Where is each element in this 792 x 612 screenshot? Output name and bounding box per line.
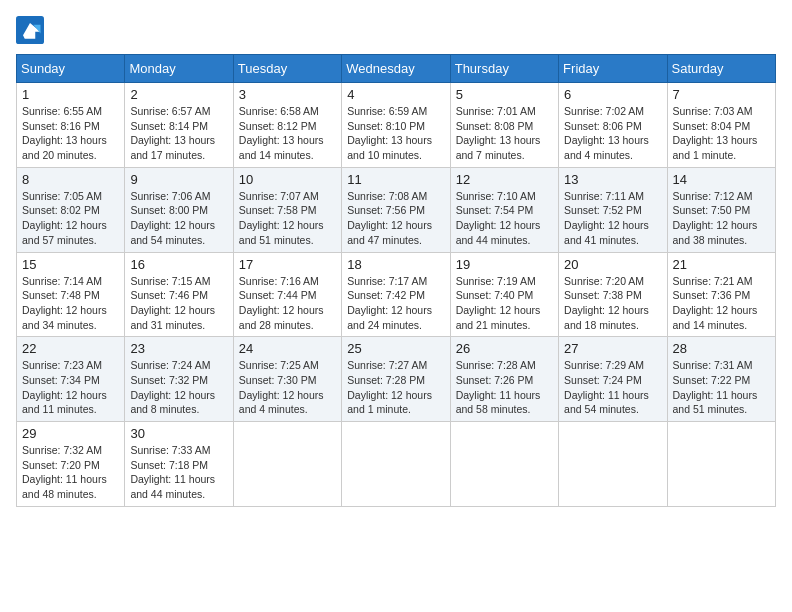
calendar-cell (450, 422, 558, 507)
day-number: 14 (673, 172, 770, 187)
day-info: Sunrise: 7:12 AM Sunset: 7:50 PM Dayligh… (673, 189, 770, 248)
day-number: 5 (456, 87, 553, 102)
calendar-header-row: SundayMondayTuesdayWednesdayThursdayFrid… (17, 55, 776, 83)
calendar-cell: 16Sunrise: 7:15 AM Sunset: 7:46 PM Dayli… (125, 252, 233, 337)
day-number: 2 (130, 87, 227, 102)
calendar-cell: 11Sunrise: 7:08 AM Sunset: 7:56 PM Dayli… (342, 167, 450, 252)
calendar-week-row: 8Sunrise: 7:05 AM Sunset: 8:02 PM Daylig… (17, 167, 776, 252)
day-info: Sunrise: 7:27 AM Sunset: 7:28 PM Dayligh… (347, 358, 444, 417)
day-number: 28 (673, 341, 770, 356)
calendar-cell: 20Sunrise: 7:20 AM Sunset: 7:38 PM Dayli… (559, 252, 667, 337)
day-number: 13 (564, 172, 661, 187)
day-number: 24 (239, 341, 336, 356)
day-info: Sunrise: 7:21 AM Sunset: 7:36 PM Dayligh… (673, 274, 770, 333)
day-number: 23 (130, 341, 227, 356)
day-info: Sunrise: 7:33 AM Sunset: 7:18 PM Dayligh… (130, 443, 227, 502)
calendar-cell: 8Sunrise: 7:05 AM Sunset: 8:02 PM Daylig… (17, 167, 125, 252)
calendar-header-friday: Friday (559, 55, 667, 83)
day-info: Sunrise: 7:06 AM Sunset: 8:00 PM Dayligh… (130, 189, 227, 248)
day-number: 3 (239, 87, 336, 102)
day-info: Sunrise: 7:28 AM Sunset: 7:26 PM Dayligh… (456, 358, 553, 417)
page-header (16, 16, 776, 44)
day-info: Sunrise: 7:10 AM Sunset: 7:54 PM Dayligh… (456, 189, 553, 248)
day-info: Sunrise: 7:01 AM Sunset: 8:08 PM Dayligh… (456, 104, 553, 163)
calendar-cell: 21Sunrise: 7:21 AM Sunset: 7:36 PM Dayli… (667, 252, 775, 337)
calendar-cell: 28Sunrise: 7:31 AM Sunset: 7:22 PM Dayli… (667, 337, 775, 422)
day-number: 20 (564, 257, 661, 272)
day-info: Sunrise: 6:57 AM Sunset: 8:14 PM Dayligh… (130, 104, 227, 163)
day-number: 16 (130, 257, 227, 272)
calendar-cell: 14Sunrise: 7:12 AM Sunset: 7:50 PM Dayli… (667, 167, 775, 252)
calendar-cell: 22Sunrise: 7:23 AM Sunset: 7:34 PM Dayli… (17, 337, 125, 422)
day-number: 4 (347, 87, 444, 102)
day-info: Sunrise: 7:32 AM Sunset: 7:20 PM Dayligh… (22, 443, 119, 502)
calendar-cell: 2Sunrise: 6:57 AM Sunset: 8:14 PM Daylig… (125, 83, 233, 168)
calendar-week-row: 1Sunrise: 6:55 AM Sunset: 8:16 PM Daylig… (17, 83, 776, 168)
logo (16, 16, 48, 44)
day-number: 26 (456, 341, 553, 356)
calendar-header-monday: Monday (125, 55, 233, 83)
calendar-cell: 27Sunrise: 7:29 AM Sunset: 7:24 PM Dayli… (559, 337, 667, 422)
day-info: Sunrise: 7:15 AM Sunset: 7:46 PM Dayligh… (130, 274, 227, 333)
day-info: Sunrise: 7:19 AM Sunset: 7:40 PM Dayligh… (456, 274, 553, 333)
day-info: Sunrise: 7:31 AM Sunset: 7:22 PM Dayligh… (673, 358, 770, 417)
calendar-cell: 26Sunrise: 7:28 AM Sunset: 7:26 PM Dayli… (450, 337, 558, 422)
calendar-cell: 25Sunrise: 7:27 AM Sunset: 7:28 PM Dayli… (342, 337, 450, 422)
day-info: Sunrise: 7:14 AM Sunset: 7:48 PM Dayligh… (22, 274, 119, 333)
calendar-cell: 7Sunrise: 7:03 AM Sunset: 8:04 PM Daylig… (667, 83, 775, 168)
day-info: Sunrise: 7:23 AM Sunset: 7:34 PM Dayligh… (22, 358, 119, 417)
day-info: Sunrise: 7:02 AM Sunset: 8:06 PM Dayligh… (564, 104, 661, 163)
day-info: Sunrise: 6:58 AM Sunset: 8:12 PM Dayligh… (239, 104, 336, 163)
logo-icon (16, 16, 44, 44)
day-info: Sunrise: 7:08 AM Sunset: 7:56 PM Dayligh… (347, 189, 444, 248)
calendar-cell: 4Sunrise: 6:59 AM Sunset: 8:10 PM Daylig… (342, 83, 450, 168)
calendar-cell: 6Sunrise: 7:02 AM Sunset: 8:06 PM Daylig… (559, 83, 667, 168)
day-info: Sunrise: 7:11 AM Sunset: 7:52 PM Dayligh… (564, 189, 661, 248)
calendar-header-tuesday: Tuesday (233, 55, 341, 83)
day-number: 27 (564, 341, 661, 356)
calendar-cell: 12Sunrise: 7:10 AM Sunset: 7:54 PM Dayli… (450, 167, 558, 252)
calendar-cell: 3Sunrise: 6:58 AM Sunset: 8:12 PM Daylig… (233, 83, 341, 168)
calendar-cell (342, 422, 450, 507)
calendar-cell: 24Sunrise: 7:25 AM Sunset: 7:30 PM Dayli… (233, 337, 341, 422)
day-info: Sunrise: 7:16 AM Sunset: 7:44 PM Dayligh… (239, 274, 336, 333)
calendar-cell: 9Sunrise: 7:06 AM Sunset: 8:00 PM Daylig… (125, 167, 233, 252)
calendar-cell: 13Sunrise: 7:11 AM Sunset: 7:52 PM Dayli… (559, 167, 667, 252)
calendar-cell: 17Sunrise: 7:16 AM Sunset: 7:44 PM Dayli… (233, 252, 341, 337)
calendar-cell: 1Sunrise: 6:55 AM Sunset: 8:16 PM Daylig… (17, 83, 125, 168)
day-info: Sunrise: 7:03 AM Sunset: 8:04 PM Dayligh… (673, 104, 770, 163)
day-number: 30 (130, 426, 227, 441)
day-info: Sunrise: 7:05 AM Sunset: 8:02 PM Dayligh… (22, 189, 119, 248)
day-number: 8 (22, 172, 119, 187)
calendar-cell (667, 422, 775, 507)
day-number: 10 (239, 172, 336, 187)
calendar-header-wednesday: Wednesday (342, 55, 450, 83)
day-info: Sunrise: 7:25 AM Sunset: 7:30 PM Dayligh… (239, 358, 336, 417)
day-info: Sunrise: 7:07 AM Sunset: 7:58 PM Dayligh… (239, 189, 336, 248)
day-number: 25 (347, 341, 444, 356)
calendar-cell: 23Sunrise: 7:24 AM Sunset: 7:32 PM Dayli… (125, 337, 233, 422)
day-number: 11 (347, 172, 444, 187)
calendar-header-saturday: Saturday (667, 55, 775, 83)
calendar-table: SundayMondayTuesdayWednesdayThursdayFrid… (16, 54, 776, 507)
calendar-cell: 19Sunrise: 7:19 AM Sunset: 7:40 PM Dayli… (450, 252, 558, 337)
calendar-week-row: 22Sunrise: 7:23 AM Sunset: 7:34 PM Dayli… (17, 337, 776, 422)
calendar-cell (233, 422, 341, 507)
day-info: Sunrise: 7:24 AM Sunset: 7:32 PM Dayligh… (130, 358, 227, 417)
calendar-week-row: 15Sunrise: 7:14 AM Sunset: 7:48 PM Dayli… (17, 252, 776, 337)
day-number: 22 (22, 341, 119, 356)
calendar-header-thursday: Thursday (450, 55, 558, 83)
calendar-week-row: 29Sunrise: 7:32 AM Sunset: 7:20 PM Dayli… (17, 422, 776, 507)
calendar-cell: 5Sunrise: 7:01 AM Sunset: 8:08 PM Daylig… (450, 83, 558, 168)
calendar-cell: 10Sunrise: 7:07 AM Sunset: 7:58 PM Dayli… (233, 167, 341, 252)
day-number: 18 (347, 257, 444, 272)
day-number: 1 (22, 87, 119, 102)
calendar-cell (559, 422, 667, 507)
calendar-header-sunday: Sunday (17, 55, 125, 83)
day-number: 29 (22, 426, 119, 441)
day-number: 9 (130, 172, 227, 187)
day-number: 6 (564, 87, 661, 102)
day-info: Sunrise: 6:55 AM Sunset: 8:16 PM Dayligh… (22, 104, 119, 163)
day-info: Sunrise: 7:20 AM Sunset: 7:38 PM Dayligh… (564, 274, 661, 333)
day-number: 21 (673, 257, 770, 272)
